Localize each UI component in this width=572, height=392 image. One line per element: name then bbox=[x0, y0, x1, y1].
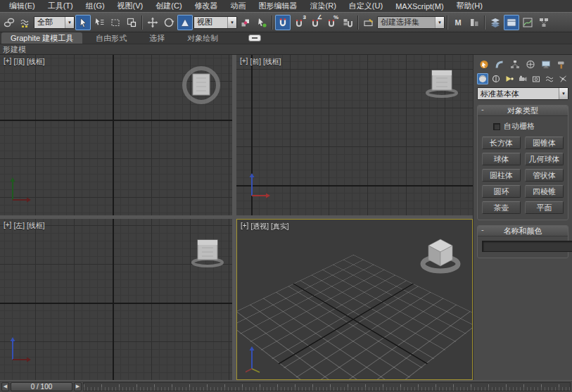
previous-frame-button[interactable]: ◀ bbox=[1, 382, 9, 391]
cone-button[interactable]: 圆锥体 bbox=[525, 137, 564, 149]
pyramid-button[interactable]: 四棱锥 bbox=[525, 185, 564, 198]
use-pivot-center-icon[interactable] bbox=[238, 15, 253, 30]
viewport-front[interactable]: [+] [前] [线框] bbox=[236, 55, 473, 215]
snap-3d-icon[interactable]: 3 bbox=[291, 15, 307, 30]
ribbon-tab-bar: Graphite 建模工具 自由形式 选择 对象绘制 bbox=[0, 32, 572, 44]
menu-group[interactable]: 组(G) bbox=[80, 1, 111, 11]
cylinder-button[interactable]: 圆柱体 bbox=[482, 169, 521, 182]
menu-tools[interactable]: 工具(T) bbox=[42, 1, 80, 11]
display-tab-icon[interactable] bbox=[539, 58, 552, 70]
plane-button[interactable]: 平面 bbox=[525, 201, 564, 214]
viewport-left[interactable]: [+] [左] [线框] bbox=[0, 219, 232, 380]
reference-coordinate-dropdown[interactable]: 视图 ▼ bbox=[193, 16, 237, 29]
viewport-top-label: [+] [顶] [线框] bbox=[4, 57, 45, 67]
menu-modifiers[interactable]: 修改器 bbox=[189, 1, 224, 11]
curve-editor-icon[interactable] bbox=[520, 15, 535, 30]
ribbon-tab-graphite[interactable]: Graphite 建模工具 bbox=[1, 32, 82, 44]
utilities-tab-icon[interactable] bbox=[554, 58, 568, 70]
percent-snap-icon[interactable]: % bbox=[324, 15, 339, 30]
modify-tab-icon[interactable] bbox=[492, 58, 506, 70]
align-icon[interactable] bbox=[466, 15, 482, 30]
menu-views[interactable]: 视图(V) bbox=[111, 1, 150, 11]
menu-graph-editors[interactable]: 图形编辑器 bbox=[253, 1, 304, 11]
spinner-snap-icon[interactable] bbox=[340, 15, 355, 30]
ribbon-panel-label[interactable]: 形建模 bbox=[3, 44, 26, 55]
menu-help[interactable]: 帮助(H) bbox=[450, 1, 489, 11]
viewport-pov-menu[interactable]: [前] bbox=[250, 57, 261, 67]
snap-toggle-icon[interactable] bbox=[275, 15, 291, 30]
window-crossing-icon[interactable] bbox=[124, 15, 139, 30]
primitive-category-dropdown[interactable]: 标准基本体 ▼ bbox=[477, 87, 568, 100]
menu-create[interactable]: 创建(C) bbox=[149, 1, 188, 11]
viewport-shading-menu[interactable]: [线框] bbox=[263, 57, 281, 67]
ribbon-tab-freeform[interactable]: 自由形式 bbox=[87, 32, 136, 44]
menu-edit[interactable]: 编辑(E) bbox=[3, 1, 42, 11]
object-type-rollout-header[interactable]: - 对象类型 bbox=[478, 106, 568, 116]
rect-selection-region-icon[interactable] bbox=[108, 15, 123, 30]
select-and-scale-icon[interactable] bbox=[177, 15, 193, 30]
viewport-shading-menu[interactable]: [线框] bbox=[27, 57, 45, 67]
schematic-view-icon[interactable] bbox=[536, 15, 552, 30]
viewcube[interactable] bbox=[191, 237, 224, 270]
menu-rendering[interactable]: 渲染(R) bbox=[304, 1, 343, 11]
select-and-manipulate-icon[interactable] bbox=[254, 15, 269, 30]
viewport-perspective[interactable]: [+] [透视] [真实] bbox=[236, 219, 473, 380]
motion-tab-icon[interactable] bbox=[523, 58, 537, 70]
selection-filter-dropdown[interactable]: 全部 ▼ bbox=[34, 16, 75, 29]
time-slider[interactable]: 0 / 100 bbox=[11, 382, 72, 391]
select-and-rotate-icon[interactable] bbox=[161, 15, 177, 30]
viewcube[interactable] bbox=[425, 68, 459, 100]
viewport-pov-menu[interactable]: [左] bbox=[13, 221, 25, 231]
menu-customize[interactable]: 自定义(U) bbox=[343, 1, 389, 11]
next-frame-button[interactable]: ▶ bbox=[74, 382, 82, 391]
viewport-shading-menu[interactable]: [真实] bbox=[271, 222, 289, 232]
mirror-icon[interactable]: M bbox=[450, 15, 466, 30]
select-and-move-icon[interactable] bbox=[145, 15, 160, 30]
viewport-general-menu[interactable]: [+] bbox=[4, 221, 11, 231]
select-and-link-icon[interactable] bbox=[1, 15, 17, 30]
geosphere-button[interactable]: 几何球体 bbox=[525, 153, 564, 165]
menu-maxscript[interactable]: MAXScript(M) bbox=[389, 2, 450, 11]
track-bar[interactable] bbox=[83, 382, 571, 391]
menu-animation[interactable]: 动画 bbox=[224, 1, 253, 11]
ribbon-minimize-icon[interactable] bbox=[248, 32, 261, 44]
select-object-icon[interactable] bbox=[75, 15, 91, 30]
space-warps-icon[interactable] bbox=[544, 73, 555, 84]
hierarchy-tab-icon[interactable] bbox=[508, 58, 521, 70]
helpers-icon[interactable] bbox=[530, 73, 542, 84]
autogrid-checkbox[interactable] bbox=[493, 123, 500, 130]
create-tab-icon[interactable] bbox=[477, 58, 490, 70]
viewport-shading-menu[interactable]: [线框] bbox=[27, 221, 45, 231]
shapes-icon[interactable] bbox=[490, 73, 502, 84]
layer-manager-icon[interactable] bbox=[488, 15, 503, 30]
torus-button[interactable]: 圆环 bbox=[482, 185, 521, 198]
edit-named-sets-icon[interactable] bbox=[361, 15, 376, 30]
viewport-general-menu[interactable]: [+] bbox=[241, 222, 248, 232]
dropdown-arrow-icon: ▼ bbox=[65, 17, 74, 28]
tube-button[interactable]: 管状体 bbox=[525, 169, 564, 182]
teapot-button[interactable]: 茶壶 bbox=[482, 201, 521, 214]
name-color-rollout-header[interactable]: - 名称和颜色 bbox=[478, 226, 568, 236]
lights-icon[interactable] bbox=[504, 73, 515, 84]
viewcube[interactable] bbox=[181, 65, 222, 106]
ribbon-toggle-icon[interactable] bbox=[504, 15, 519, 30]
viewport-general-menu[interactable]: [+] bbox=[4, 57, 11, 67]
viewport-general-menu[interactable]: [+] bbox=[240, 57, 248, 67]
viewport-pov-menu[interactable]: [透视] bbox=[250, 222, 269, 232]
select-by-name-icon[interactable] bbox=[91, 15, 107, 30]
ribbon-tab-object-paint[interactable]: 对象绘制 bbox=[178, 32, 227, 44]
sphere-button[interactable]: 球体 bbox=[482, 153, 521, 165]
viewport-top[interactable]: [+] [顶] [线框] bbox=[0, 55, 232, 215]
geometry-icon[interactable] bbox=[477, 73, 488, 84]
ribbon-tab-selection[interactable]: 选择 bbox=[140, 32, 174, 44]
systems-icon[interactable] bbox=[557, 73, 568, 84]
angle-snap-icon[interactable]: ∠ bbox=[307, 15, 323, 30]
bind-to-space-warp-icon[interactable] bbox=[18, 15, 33, 30]
named-selection-sets-dropdown[interactable]: 创建选择集 ▼ bbox=[377, 16, 445, 29]
primitive-buttons: 长方体 圆锥体 球体 几何球体 圆柱体 管状体 圆环 四棱锥 茶壶 平面 bbox=[482, 137, 564, 214]
box-button[interactable]: 长方体 bbox=[482, 137, 521, 149]
object-name-input[interactable] bbox=[482, 241, 572, 252]
viewcube[interactable] bbox=[420, 235, 461, 276]
viewport-pov-menu[interactable]: [顶] bbox=[13, 57, 25, 67]
cameras-icon[interactable] bbox=[517, 73, 528, 84]
